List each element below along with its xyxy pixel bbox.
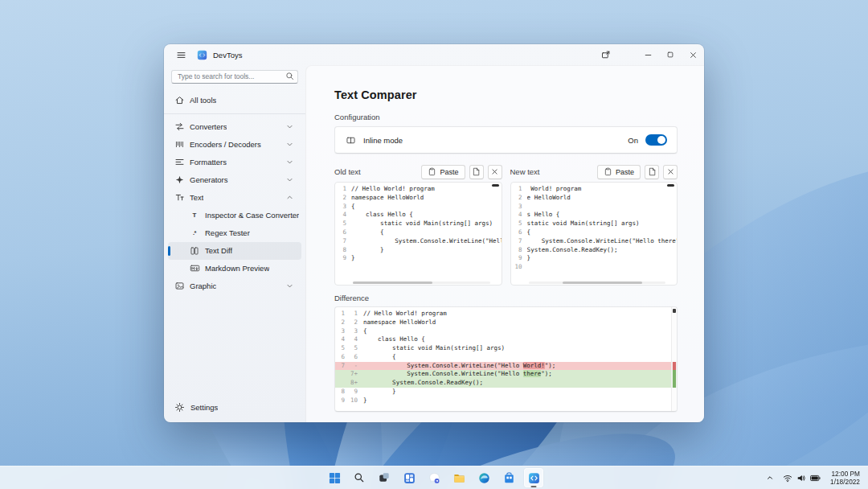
sidebar-group-encoders-decoders[interactable]: Encoders / Decoders [168, 136, 301, 154]
formatters-icon [174, 157, 185, 168]
sidebar-group-text[interactable]: Text [168, 189, 301, 207]
old-text-editor[interactable]: 1// Hello World! program2namespace Hello… [334, 182, 502, 286]
wifi-icon[interactable] [782, 472, 793, 483]
diff-row-same: 910} [335, 397, 677, 405]
sidebar-item-markdown-preview[interactable]: Markdown Preview [168, 260, 301, 277]
hamburger-menu-button[interactable] [171, 46, 190, 64]
new-paste-button[interactable]: Paste [597, 165, 641, 179]
diff-view[interactable]: 11// Hello World! program22namespace Hel… [334, 306, 678, 412]
new-line-number: 7+ [348, 370, 361, 379]
line-number: 1 [335, 185, 351, 194]
old-paste-button[interactable]: Paste [421, 165, 465, 179]
line-number: 8 [335, 246, 351, 255]
volume-icon[interactable] [796, 472, 807, 483]
old-line-number: 3 [335, 327, 348, 336]
taskbar-search-icon[interactable] [350, 468, 369, 487]
code-line: 4 class Hello { [511, 211, 678, 220]
ruler-mark-added [673, 370, 676, 379]
sidebar: All tools ConvertersEncoders / DecodersF… [164, 65, 305, 422]
line-number: 6 [335, 228, 351, 237]
search-box [171, 68, 298, 84]
chevron-down-icon [284, 281, 295, 292]
new-load-file-button[interactable] [645, 165, 659, 179]
page-title: Text Comparer [334, 88, 678, 101]
old-editor-hscrollbar[interactable] [353, 281, 490, 284]
line-number: 7 [335, 237, 351, 246]
diff-row-same: 66 { [335, 353, 677, 362]
battery-icon[interactable] [809, 472, 821, 483]
code-line: 3{ [335, 203, 502, 212]
old-line-number: 1 [335, 310, 348, 318]
code-line: 7 System.Console.WriteLine("Hello World!… [335, 237, 502, 246]
sidebar-item-text-diff[interactable]: Text Diff [168, 242, 301, 260]
taskbar-widgets-icon[interactable] [399, 468, 419, 487]
taskbar-clock[interactable]: 12:00 PM 1/18/2022 [830, 470, 860, 487]
generators-icon [174, 175, 185, 186]
diff-row-same: 55 static void Main(string[] args) [335, 344, 677, 353]
old-line-number: 6 [335, 353, 348, 362]
sidebar-item-regex-tester[interactable]: .*Regex Tester [168, 224, 301, 242]
new-text-label: New text [510, 167, 540, 176]
new-text-editor[interactable]: 1// Hello World! program2namespace Hello… [510, 182, 678, 286]
taskbar-store-icon[interactable] [499, 468, 518, 487]
sidebar-group-formatters[interactable]: Formatters [168, 154, 301, 171]
new-editor-scrollbar-thumb[interactable] [667, 184, 674, 187]
new-line-number: 1 [348, 310, 361, 318]
sidebar-item-inspector-case-converter[interactable]: TInspector & Case Converter [168, 207, 301, 224]
taskbar-devtoys-icon[interactable] [524, 468, 543, 487]
maximize-button[interactable] [659, 44, 682, 65]
taskbar-edge-icon[interactable] [474, 468, 493, 487]
diff-row-same: 89 } [335, 388, 677, 397]
line-number: 8 [511, 246, 527, 255]
sidebar-group-label: Graphic [190, 281, 216, 290]
taskbar-start-icon[interactable] [325, 468, 344, 487]
chevron-down-icon [284, 139, 295, 150]
new-clear-button[interactable] [663, 165, 678, 179]
inline-mode-icon [345, 134, 356, 146]
chevron-down-icon [284, 121, 295, 133]
diff-scrollbar-thumb[interactable] [673, 309, 676, 313]
compact-overlay-icon [600, 49, 612, 60]
inline-mode-label: Inline mode [363, 136, 403, 145]
minimize-button[interactable] [637, 44, 659, 65]
diff-overview-ruler[interactable] [671, 307, 677, 411]
taskbar-task-view-icon[interactable] [375, 468, 394, 487]
old-editor-scrollbar-thumb[interactable] [492, 184, 499, 187]
file-icon [648, 167, 657, 176]
window-titlebar[interactable]: DevToys [164, 44, 704, 65]
old-load-file-button[interactable] [469, 165, 484, 179]
old-clear-button[interactable] [488, 165, 502, 179]
encoders-icon [174, 139, 185, 150]
file-icon [472, 167, 481, 176]
sidebar-item-settings[interactable]: Settings [164, 396, 305, 418]
line-number: 6 [511, 228, 527, 237]
code-line: 1// Hello World! program [335, 185, 502, 194]
diff-row-same: 22namespace HelloWorld [335, 318, 677, 327]
sidebar-group-graphic[interactable]: Graphic [168, 277, 301, 295]
code-line: 7 System.Console.WriteLine("Hello there"… [511, 237, 678, 246]
sidebar-item-all-tools[interactable]: All tools [168, 92, 301, 109]
sidebar-group-label: Converters [190, 122, 227, 131]
line-number: 10 [511, 263, 527, 272]
markdown-icon [189, 263, 200, 274]
clear-icon [666, 167, 675, 176]
taskbar-file-explorer-icon[interactable] [449, 468, 469, 487]
sidebar-group-converters[interactable]: Converters [168, 118, 301, 136]
inline-mode-toggle[interactable] [645, 134, 667, 146]
old-line-number: 9 [335, 397, 348, 405]
code-line: 9 } [511, 254, 678, 263]
devtoys-logo-icon [196, 49, 207, 60]
close-button[interactable] [682, 44, 704, 65]
sidebar-group-generators[interactable]: Generators [168, 171, 301, 189]
new-text-panel: New text Paste 1// Hello World! program2… [510, 164, 678, 286]
new-editor-hscrollbar[interactable] [529, 281, 666, 284]
tray-chevron-up-icon[interactable] [764, 472, 776, 483]
diff-row-same: 33{ [335, 327, 677, 336]
new-line-number: 2 [348, 318, 361, 327]
settings-label: Settings [190, 403, 218, 412]
taskbar-chat-icon[interactable] [424, 468, 444, 487]
search-icon [284, 70, 295, 81]
search-input[interactable] [171, 70, 298, 84]
line-number: 7 [511, 237, 527, 246]
compact-overlay-button[interactable] [595, 44, 617, 65]
